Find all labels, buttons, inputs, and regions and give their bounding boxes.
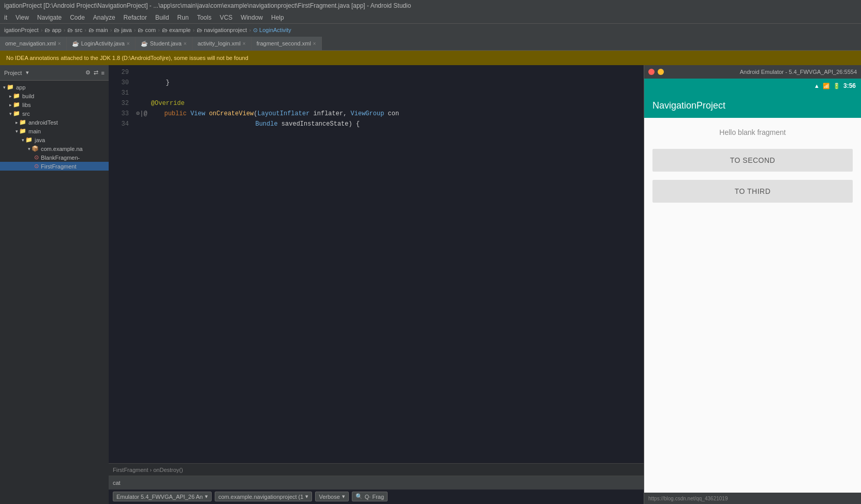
tree-label: androidTest bbox=[28, 119, 58, 126]
close-icon[interactable]: × bbox=[243, 41, 246, 47]
log-search-box[interactable]: 🔍 Q· Frag bbox=[352, 492, 388, 501]
menu-item-window[interactable]: Window bbox=[236, 13, 267, 22]
breadcrumb-item[interactable]: 🗁 java bbox=[114, 27, 131, 33]
expand-arrow: ▸ bbox=[9, 94, 12, 99]
tree-item-main[interactable]: ▾ 📁 main bbox=[0, 127, 109, 135]
tree-item-androidtest[interactable]: ▸ 📁 androidTest bbox=[0, 118, 109, 127]
file-tab-activity-login-xml[interactable]: activity_login.xml × bbox=[192, 37, 251, 50]
sidebar-header: Project ▾ ⚙ ⇄ ≡ bbox=[0, 65, 109, 81]
sep: › bbox=[110, 27, 112, 33]
tree-label: com.example.na bbox=[41, 146, 83, 152]
log-level-dropdown[interactable]: Verbose ▾ bbox=[315, 492, 348, 501]
file-tab-student[interactable]: ☕ Student.java × bbox=[136, 37, 192, 50]
phone-status-bar: ▲ 📶 🔋 3:56 bbox=[644, 79, 861, 93]
folder-icon: 📁 bbox=[19, 119, 26, 126]
search-placeholder: Q· Frag bbox=[365, 494, 384, 500]
to-third-button[interactable]: TO THIRD bbox=[652, 180, 853, 203]
title-text: igationProject [D:\Android Project\Navig… bbox=[4, 2, 411, 9]
chevron-down-icon: ▾ bbox=[305, 493, 308, 500]
device-dropdown[interactable]: Emulator 5.4_FWVGA_API_26 An ▾ bbox=[113, 492, 212, 501]
java-file-icon: ⊙ bbox=[34, 154, 39, 161]
phone-app-title: NavigationProject bbox=[652, 100, 725, 111]
menu-item-run[interactable]: Run bbox=[173, 13, 193, 22]
signal-icon: 📶 bbox=[823, 83, 830, 89]
breadcrumb-item[interactable]: ⊙ LoginActivity bbox=[253, 27, 291, 34]
menu-item-tools[interactable]: Tools bbox=[193, 13, 216, 22]
breadcrumb-item[interactable]: 🗁 src bbox=[67, 27, 82, 33]
code-content[interactable]: 29 30 31 32 33 34 } @Override bbox=[109, 65, 644, 463]
close-icon[interactable]: × bbox=[127, 41, 130, 47]
file-tab-fragment-second-xml[interactable]: fragment_second.xml × bbox=[251, 37, 322, 50]
tree-label: app bbox=[16, 84, 25, 90]
code-line-32: @Override bbox=[136, 98, 640, 109]
menu-item-navigate[interactable]: Navigate bbox=[33, 13, 66, 22]
sep: › bbox=[249, 27, 251, 33]
tree-label: src bbox=[22, 111, 30, 117]
file-tab-login-activity[interactable]: ☕ LoginActivity.java × bbox=[67, 37, 136, 50]
bottom-panel-controls[interactable]: Emulator 5.4_FWVGA_API_26 An ▾ com.examp… bbox=[109, 490, 644, 503]
menu-item-view[interactable]: View bbox=[11, 13, 33, 22]
tree-item-com[interactable]: ▾ 📦 com.example.na bbox=[0, 144, 109, 153]
menu-item-help[interactable]: Help bbox=[267, 13, 288, 22]
to-second-button[interactable]: TO SECOND bbox=[652, 149, 853, 172]
sep: › bbox=[134, 27, 136, 33]
code-line-29 bbox=[136, 67, 640, 78]
close-button[interactable] bbox=[648, 69, 655, 75]
sidebar-gear-icon[interactable]: ⚙ bbox=[85, 69, 91, 76]
logcat-label: cat bbox=[113, 480, 121, 486]
expand-arrow: ▾ bbox=[9, 111, 12, 116]
bottom-panel-header: cat bbox=[109, 476, 644, 490]
tree-item-blankfragment[interactable]: ⊙ BlankFragmen- bbox=[0, 153, 109, 162]
log-level-label: Verbose bbox=[319, 494, 339, 500]
device-dropdown-label: Emulator 5.4_FWVGA_API_26 An bbox=[116, 494, 203, 500]
line-numbers: 29 30 31 32 33 34 bbox=[109, 65, 132, 463]
breadcrumb-item[interactable]: 🗁 example bbox=[162, 27, 191, 33]
menu-item-it[interactable]: it bbox=[0, 13, 11, 22]
tree-item-java[interactable]: ▾ 📁 java bbox=[0, 135, 109, 144]
folder-icon: 📁 bbox=[13, 101, 20, 108]
code-text[interactable]: } @Override ⊙|@ public View onCreateView… bbox=[132, 65, 644, 463]
tree-item-libs[interactable]: ▸ 📁 libs bbox=[0, 100, 109, 109]
breadcrumb-item[interactable]: 🗁 navigationproject bbox=[197, 27, 247, 33]
menu-item-build[interactable]: Build bbox=[151, 13, 173, 22]
editor-area: 29 30 31 32 33 34 } @Override bbox=[109, 65, 644, 476]
close-icon[interactable]: × bbox=[58, 41, 61, 47]
minimize-button[interactable] bbox=[658, 69, 664, 75]
expand-arrow: ▸ bbox=[16, 120, 18, 125]
breadcrumb-item[interactable]: 🗁 com bbox=[138, 27, 156, 33]
breadcrumb-item[interactable]: igationProject bbox=[4, 27, 39, 33]
phone-content: Hello blank fragment TO SECOND TO THIRD bbox=[644, 118, 861, 493]
tab-label: fragment_second.xml bbox=[257, 40, 311, 47]
folder-icon: 📁 bbox=[7, 84, 14, 90]
file-tab-nav-xml[interactable]: ome_navigation.xml × bbox=[0, 37, 67, 50]
window-controls bbox=[648, 69, 664, 75]
breadcrumb-item[interactable]: 🗁 main bbox=[88, 27, 108, 33]
java-file-icon: ⊙ bbox=[34, 163, 39, 170]
breadcrumb-item[interactable]: 🗁 app bbox=[44, 27, 61, 33]
expand-arrow: ▸ bbox=[9, 102, 12, 108]
tree-item-app[interactable]: ▾ 📁 app bbox=[0, 83, 109, 91]
emulator-panel: Android Emulator - 5.4_FWVGA_API_26:5554… bbox=[644, 65, 861, 504]
sidebar-sync-icon[interactable]: ⇄ bbox=[94, 69, 98, 76]
folder-icon: 📁 bbox=[13, 93, 20, 99]
hello-blank-text: Hello blank fragment bbox=[719, 128, 785, 136]
close-icon[interactable]: × bbox=[184, 41, 187, 47]
sep: › bbox=[158, 27, 160, 33]
sidebar-settings-icon[interactable]: ≡ bbox=[101, 70, 105, 76]
sep: › bbox=[192, 27, 195, 33]
tab-label: LoginActivity.java bbox=[81, 40, 125, 47]
menu-item-analyze[interactable]: Analyze bbox=[89, 13, 120, 22]
tree-item-build[interactable]: ▸ 📁 build bbox=[0, 91, 109, 100]
menu-item-code[interactable]: Code bbox=[66, 13, 89, 22]
tree-item-firstfragment[interactable]: ⊙ FirstFragment bbox=[0, 162, 109, 171]
package-dropdown[interactable]: com.example.navigationproject (1 ▾ bbox=[215, 492, 312, 501]
menu-item-refactor[interactable]: Refactor bbox=[120, 13, 151, 22]
close-icon[interactable]: × bbox=[313, 41, 316, 47]
dropdown-arrow[interactable]: ▾ bbox=[26, 69, 29, 76]
menu-item-vcs[interactable]: VCS bbox=[216, 13, 237, 22]
tree-item-src[interactable]: ▾ 📁 src bbox=[0, 109, 109, 118]
expand-arrow: ▾ bbox=[16, 129, 18, 134]
sep: › bbox=[84, 27, 86, 33]
tree-label: java bbox=[35, 137, 45, 143]
sep: › bbox=[64, 27, 66, 33]
